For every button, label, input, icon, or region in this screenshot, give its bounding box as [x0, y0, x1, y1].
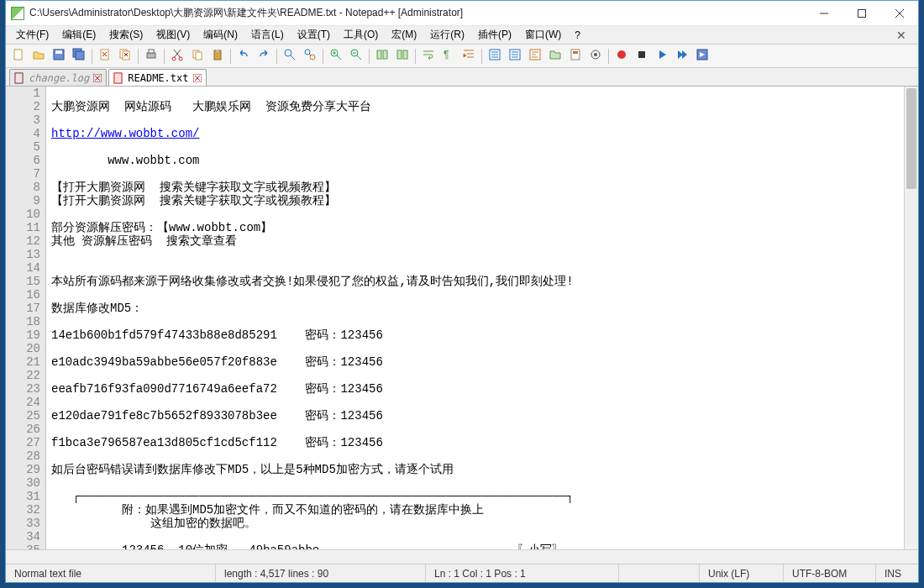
text-line[interactable]: 其他 资源解压密码 搜索文章查看	[51, 234, 904, 248]
allchars-button[interactable]: ¶	[439, 47, 458, 66]
text-line[interactable]	[51, 369, 904, 382]
minimize-button[interactable]	[805, 1, 843, 25]
text-line[interactable]: 附：如果遇到MD5加密文件，而又不知道的密码的，请在数据库中换上	[51, 503, 904, 517]
text-line[interactable]	[51, 476, 904, 490]
maximize-button[interactable]	[843, 1, 880, 25]
wordwrap-button[interactable]	[419, 47, 438, 66]
text-line[interactable]: 部分资源解压密码：【www.wobbt.com】	[51, 221, 904, 234]
text-line[interactable]: 数据库修改MD5：	[51, 302, 904, 315]
text-line[interactable]	[51, 449, 904, 463]
savemacro-button[interactable]	[693, 47, 711, 66]
zoomin-button[interactable]	[327, 47, 345, 66]
text-line[interactable]	[51, 396, 904, 409]
menu-plugins[interactable]: 插件(P)	[471, 26, 518, 44]
folder-button[interactable]	[546, 47, 564, 66]
menu-help[interactable]: ?	[568, 28, 587, 43]
text-content[interactable]: 大鹏资源网 网站源码 大鹏娱乐网 资源免费分享大平台http://www.wob…	[46, 87, 904, 549]
print-button[interactable]	[142, 47, 160, 66]
text-line[interactable]: www.wobbt.com	[51, 154, 904, 167]
menu-window[interactable]: 窗口(W)	[518, 26, 568, 44]
doclist-button[interactable]	[506, 47, 524, 66]
text-line[interactable]	[51, 113, 904, 127]
vertical-scrollbar[interactable]	[904, 87, 918, 549]
undo-button[interactable]	[234, 47, 253, 66]
indent-button[interactable]	[459, 47, 478, 66]
menu-encoding[interactable]: 编码(N)	[197, 26, 244, 44]
menu-settings[interactable]: 设置(T)	[291, 26, 337, 44]
menu-macro[interactable]: 宏(M)	[385, 26, 423, 44]
redo-button[interactable]	[255, 47, 273, 66]
play-button[interactable]	[653, 47, 671, 66]
text-line[interactable]: 如后台密码错误请到数据库修改下MD5，以上是5种MD5加密方式，请逐个试用	[51, 463, 904, 476]
text-line[interactable]	[51, 248, 904, 261]
tab-close-icon[interactable]	[192, 73, 202, 83]
text-line[interactable]: ┌───────────────────────────────────────…	[51, 490, 904, 503]
funclist-button[interactable]	[526, 47, 544, 66]
menu-file[interactable]: 文件(F)	[9, 26, 55, 44]
title-bar[interactable]: C:\Users\Administrator\Desktop\大鹏资源网\新建文…	[6, 1, 918, 26]
text-line[interactable]	[51, 423, 904, 436]
text-line[interactable]: e120dae791fe8c7b5652f8933078b3ee 密码：1234…	[51, 409, 904, 423]
url-link[interactable]: http://www.wobbt.com/	[51, 127, 199, 140]
replace-button[interactable]	[301, 47, 319, 66]
text-line[interactable]	[51, 288, 904, 302]
text-line[interactable]: 大鹏资源网 网站源码 大鹏娱乐网 资源免费分享大平台	[51, 100, 904, 113]
cut-button[interactable]	[168, 47, 186, 66]
text-line[interactable]	[51, 315, 904, 328]
text-line[interactable]	[51, 87, 904, 100]
text-line[interactable]: 这组加密的数据吧。	[51, 517, 904, 530]
text-line[interactable]: 本站所有源码都来源于网络收集修改或者交换!如果侵犯了您的权益,请及时告知我们,我…	[51, 275, 904, 288]
zoomout-button[interactable]	[347, 47, 365, 66]
closefile-button[interactable]	[96, 47, 114, 66]
text-line[interactable]	[51, 261, 904, 275]
doclist-button[interactable]	[486, 47, 504, 66]
text-line[interactable]	[51, 530, 904, 543]
text-line[interactable]	[51, 342, 904, 355]
close-button[interactable]	[880, 1, 918, 25]
playmulti-button[interactable]	[673, 47, 691, 66]
stop-button[interactable]	[633, 47, 651, 66]
find-button[interactable]	[281, 47, 299, 66]
open-icon	[32, 48, 45, 64]
line-number: 24	[6, 396, 40, 409]
text-line[interactable]: 【打开大鹏资源网 搜索关键字获取文字或视频教程】	[51, 194, 904, 207]
text-line[interactable]: 【打开大鹏资源网 搜索关键字获取文字或视频教程】	[51, 181, 904, 194]
tab-readme-txt[interactable]: README.txt	[108, 69, 206, 86]
text-line[interactable]: e10adc3949ba59abbe56e057f20f883e 密码：1234…	[51, 355, 904, 369]
text-line[interactable]	[51, 167, 904, 181]
horizontal-scrollbar[interactable]	[6, 549, 918, 564]
sync-button[interactable]	[393, 47, 412, 66]
open-button[interactable]	[29, 47, 48, 66]
menu-view[interactable]: 视图(V)	[150, 26, 197, 44]
save-button[interactable]	[50, 47, 68, 66]
menu-edit[interactable]: 编辑(E)	[55, 26, 102, 44]
menu-run[interactable]: 运行(R)	[423, 26, 471, 44]
text-line[interactable]	[51, 207, 904, 221]
menu-search[interactable]: 搜索(S)	[102, 26, 150, 44]
text-line[interactable]: f1bca3e796587ea13d805cf1cd5cf112 密码：1234…	[51, 436, 904, 449]
text-line[interactable]	[51, 140, 904, 154]
tab-close-icon[interactable]	[92, 73, 102, 83]
text-line[interactable]: eeafb716f93fa090d7716749a6eefa72 密码：1234…	[51, 382, 904, 396]
menu-tools[interactable]: 工具(O)	[337, 26, 385, 44]
sync-button[interactable]	[373, 47, 391, 66]
paste-button[interactable]	[208, 47, 227, 66]
record-button[interactable]	[612, 47, 631, 66]
scrollbar-thumb[interactable]	[906, 88, 916, 189]
docmap-button[interactable]	[566, 47, 585, 66]
saveall-button[interactable]	[70, 47, 88, 66]
mdi-close-icon[interactable]: ✕	[888, 29, 915, 42]
copy-button[interactable]	[188, 47, 207, 66]
text-line[interactable]: http://www.wobbt.com/	[51, 127, 904, 140]
svg-point-34	[617, 50, 626, 59]
toolbar-separator	[138, 49, 139, 64]
tab-change-log[interactable]: change.log	[9, 69, 107, 86]
monitor-button[interactable]	[586, 47, 605, 66]
text-line[interactable]: 123456--10位加密---49ba59abbe 〖小写〗	[51, 543, 904, 549]
menu-language[interactable]: 语言(L)	[244, 26, 291, 44]
toolbar-separator	[164, 49, 165, 64]
new-button[interactable]	[9, 47, 28, 66]
closeall-button[interactable]	[116, 47, 134, 66]
text-line[interactable]: 14e1b600b1fd579f47433b88e8d85291 密码：1234…	[51, 328, 904, 342]
svg-rect-42	[114, 73, 122, 83]
